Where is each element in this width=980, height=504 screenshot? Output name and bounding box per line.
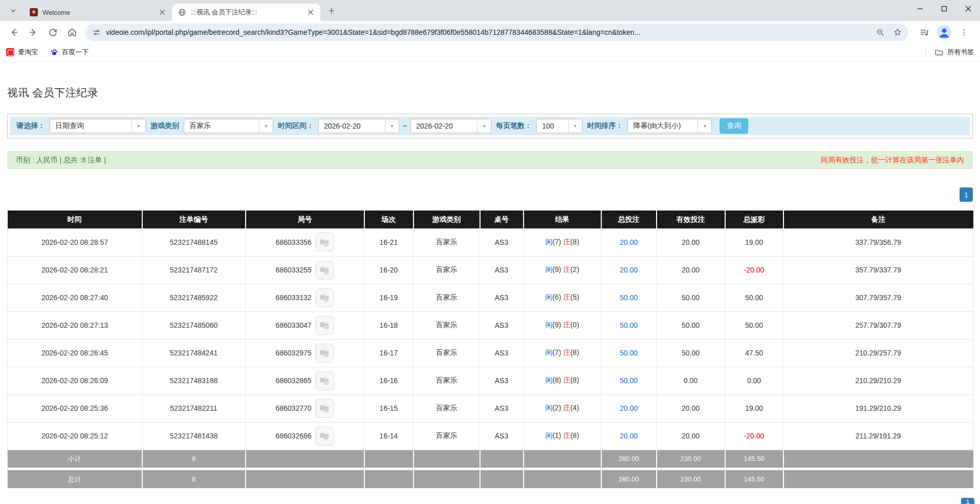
chevron-down-icon[interactable]: ▼ — [568, 119, 582, 133]
sum-empty — [246, 450, 364, 468]
round-number: 686033132 — [275, 293, 311, 302]
column-header: 游戏类别 — [413, 211, 480, 228]
chevron-down-icon[interactable]: ▼ — [477, 119, 491, 133]
video-replay-button[interactable] — [315, 316, 334, 335]
cell-payout: -20.00 — [725, 422, 783, 450]
round-number: 686033047 — [275, 321, 311, 329]
cell-valid-bet: 50.00 — [657, 311, 725, 339]
query-type-select[interactable]: 日期查询 ▼ — [50, 119, 146, 133]
bookmark-label: 百度一下 — [62, 48, 89, 57]
new-tab-icon[interactable] — [324, 4, 339, 18]
tab-bet-record[interactable]: :::视讯 会员下注纪录::: — [172, 4, 320, 21]
video-replay-button[interactable] — [315, 399, 334, 418]
forward-icon[interactable] — [25, 24, 42, 41]
video-replay-button[interactable] — [315, 288, 334, 307]
result-player-label: 闲 — [545, 321, 552, 329]
total-bet-link[interactable]: 20.00 — [620, 238, 638, 246]
chevron-down-icon[interactable]: ▼ — [132, 119, 145, 133]
cell-time: 2026-02-20 08:27:13 — [8, 311, 142, 339]
window-close-icon[interactable] — [956, 0, 980, 17]
time-sort-select[interactable]: 降幂(由大到小) ▼ — [627, 119, 712, 133]
all-bookmarks-button[interactable]: 所有书签 — [934, 48, 974, 57]
home-icon[interactable] — [63, 24, 81, 41]
cell-game-type: 百家乐 — [413, 256, 480, 284]
bookmark-aitaobao[interactable]: 爱淘宝 — [6, 48, 38, 57]
cell-game-type: 百家乐 — [413, 228, 480, 256]
total-bet-link[interactable]: 50.00 — [620, 321, 638, 329]
cell-game-type: 百家乐 — [413, 339, 480, 367]
address-bar[interactable]: videoie.com/ipl/portal.php/game/betrecor… — [85, 24, 908, 41]
cell-table-no: AS3 — [480, 394, 524, 422]
result-player-value: (9) — [552, 321, 561, 329]
zoom-icon[interactable] — [873, 25, 888, 40]
tab-close-icon[interactable] — [158, 8, 167, 17]
result-player-value: (7) — [552, 238, 561, 246]
video-replay-button[interactable] — [315, 427, 334, 446]
page-size-select[interactable]: 100 ▼ — [536, 119, 582, 133]
page-1-button-bottom[interactable]: 1 — [961, 498, 974, 504]
tab-search-chevron-icon[interactable] — [6, 4, 20, 18]
video-replay-button[interactable] — [315, 344, 334, 363]
total-bet-link[interactable]: 20.00 — [620, 266, 638, 274]
total-bet-link[interactable]: 50.00 — [620, 376, 638, 385]
result-player-value: (2) — [552, 404, 561, 412]
cell-remark: 191.29/210.29 — [783, 394, 973, 422]
result-banker-value: (4) — [570, 404, 579, 412]
total-bet-link[interactable]: 20.00 — [620, 404, 638, 412]
media-controls-icon[interactable] — [916, 24, 933, 41]
sum-label: 总计 — [8, 470, 142, 488]
chevron-down-icon[interactable]: ▼ — [698, 119, 711, 133]
cell-time: 2026-02-20 08:28:21 — [8, 256, 142, 284]
site-settings-tune-icon[interactable] — [92, 28, 101, 37]
back-icon[interactable] — [5, 24, 23, 41]
divider — [926, 47, 926, 57]
bet-record-table: 时间注单编号局号场次游戏类别桌号结果总投注有效投注总派彩备注 2026-02-2… — [7, 211, 973, 488]
pagination-top: 1 — [7, 187, 973, 202]
total-bet-link[interactable]: 20.00 — [620, 432, 638, 440]
page-title: 视讯 会员下注纪录 — [7, 86, 973, 100]
window-minimize-icon[interactable] — [908, 0, 932, 17]
browser-menu-kebab-icon[interactable] — [955, 24, 973, 41]
chevron-down-icon[interactable]: ▼ — [385, 119, 399, 133]
bookmark-baidu[interactable]: 百度一下 — [50, 48, 89, 57]
cell-time: 2026-02-20 08:25:36 — [8, 394, 142, 422]
reload-icon[interactable] — [44, 24, 61, 41]
total-bet-link[interactable]: 50.00 — [620, 349, 638, 357]
chevron-down-icon[interactable]: ▼ — [259, 119, 273, 133]
video-replay-button[interactable] — [315, 371, 334, 390]
cell-game-type: 百家乐 — [413, 367, 480, 394]
column-header: 总派彩 — [725, 211, 783, 228]
cell-round: 686032865 — [246, 367, 364, 394]
video-replay-icon — [319, 320, 330, 331]
tab-welcome[interactable]: Welcome — [24, 4, 172, 21]
game-type-select[interactable]: 百家乐 ▼ — [184, 119, 273, 133]
cell-table-no: AS3 — [480, 311, 524, 339]
search-button[interactable]: 查询 — [720, 118, 748, 134]
url-text[interactable]: videoie.com/ipl/portal.php/game/betrecor… — [106, 28, 868, 36]
tab-close-icon[interactable] — [306, 8, 315, 17]
cell-bet-id: 523217485922 — [142, 284, 246, 311]
cell-table-no: AS3 — [480, 367, 524, 394]
date-from-value: 2026-02-20 — [319, 119, 385, 133]
cell-payout: 47.50 — [725, 339, 783, 367]
video-replay-icon — [319, 403, 330, 414]
cell-round: 686032686 — [246, 422, 364, 450]
window-maximize-icon[interactable] — [932, 0, 956, 17]
date-from-picker[interactable]: 2026-02-20 ▼ — [318, 119, 399, 133]
profile-avatar[interactable] — [937, 25, 951, 39]
result-banker-label: 庄 — [563, 238, 570, 246]
date-range-label: 时间区间： — [278, 121, 314, 131]
date-to-picker[interactable]: 2026-02-20 ▼ — [410, 119, 491, 133]
taobao-icon — [6, 48, 14, 56]
page-1-button[interactable]: 1 — [960, 187, 973, 202]
column-header: 时间 — [8, 211, 142, 228]
total-row: 总计8280.00230.00145.50 — [8, 470, 973, 488]
sum-empty — [413, 470, 480, 488]
cell-total-bet: 20.00 — [601, 228, 657, 256]
query-type-value: 日期查询 — [50, 119, 132, 133]
bookmark-star-icon[interactable] — [890, 25, 905, 40]
column-header: 总投注 — [601, 211, 657, 228]
video-replay-button[interactable] — [315, 233, 334, 251]
total-bet-link[interactable]: 50.00 — [620, 293, 638, 302]
video-replay-button[interactable] — [315, 261, 334, 280]
